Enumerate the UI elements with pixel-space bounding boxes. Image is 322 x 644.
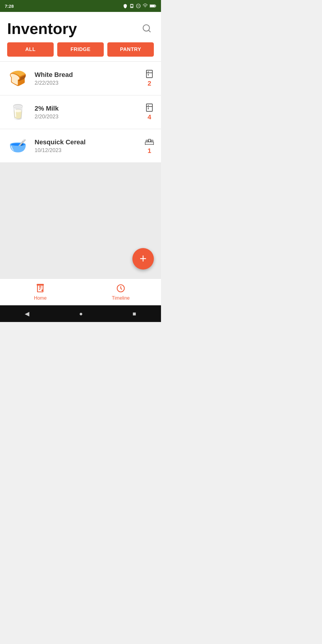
- svg-rect-18: [146, 140, 148, 142]
- filter-pantry-button[interactable]: PANTRY: [107, 42, 154, 57]
- item-name: 2% Milk: [35, 105, 145, 112]
- nav-timeline[interactable]: Timeline: [80, 281, 161, 304]
- svg-rect-5: [150, 5, 155, 7]
- status-icons: [123, 4, 156, 8]
- pantry-icon: [145, 137, 154, 146]
- android-home-button[interactable]: ●: [79, 310, 83, 317]
- svg-rect-20: [151, 140, 153, 142]
- page-title: Inventory: [7, 21, 77, 36]
- table-row[interactable]: 🥣 Nesquick Cereal 10/12/2023 1: [0, 129, 161, 163]
- android-nav-bar: ◀ ● ■: [0, 305, 161, 322]
- dnd-icon: [136, 4, 141, 8]
- filter-all-button[interactable]: ALL: [7, 42, 54, 57]
- svg-rect-19: [148, 139, 151, 142]
- fridge-icon: [145, 69, 154, 78]
- empty-area: +: [0, 163, 161, 278]
- item-date: 10/12/2023: [35, 147, 145, 154]
- svg-rect-13: [146, 104, 152, 112]
- plus-icon: +: [140, 253, 146, 264]
- main-content: Inventory ALL FRIDGE PANTRY: [0, 12, 161, 62]
- table-row[interactable]: 🍞 White Bread 2/22/2023 2: [0, 62, 161, 95]
- inventory-list: 🍞 White Bread 2/22/2023 2: [0, 62, 161, 163]
- svg-line-8: [148, 30, 150, 32]
- svg-rect-6: [155, 5, 156, 7]
- status-bar: 7:28: [0, 0, 161, 12]
- item-count: 2: [148, 80, 151, 87]
- svg-rect-1: [131, 5, 133, 7]
- item-info-bread: White Bread 2/22/2023: [35, 71, 145, 86]
- timeline-icon: [116, 284, 126, 294]
- item-name: White Bread: [35, 71, 145, 79]
- wifi-icon: [143, 4, 148, 8]
- item-right-milk: 4: [145, 103, 154, 121]
- svg-rect-17: [145, 142, 154, 144]
- item-info-cereal: Nesquick Cereal 10/12/2023: [35, 138, 145, 154]
- header: Inventory: [7, 21, 154, 42]
- item-count: 1: [148, 147, 151, 155]
- svg-rect-27: [37, 284, 43, 285]
- battery-icon: [150, 4, 156, 8]
- item-right-cereal: 1: [145, 137, 154, 155]
- status-time: 7:28: [5, 4, 14, 9]
- item-image-cereal: 🥣: [7, 135, 29, 157]
- android-back-button[interactable]: ◀: [25, 310, 29, 317]
- table-row[interactable]: 🥛 2% Milk 2/20/2023 4: [0, 95, 161, 129]
- item-info-milk: 2% Milk 2/20/2023: [35, 105, 145, 120]
- item-count: 4: [148, 113, 151, 121]
- search-button[interactable]: [140, 21, 154, 36]
- bottom-nav: Home Timeline: [0, 278, 161, 305]
- item-image-bread: 🍞: [7, 68, 29, 89]
- item-image-milk: 🥛: [7, 101, 29, 123]
- item-date: 2/22/2023: [35, 80, 145, 86]
- svg-point-28: [42, 290, 43, 291]
- fridge-icon: [145, 103, 154, 112]
- nav-home-label: Home: [34, 295, 47, 301]
- add-item-button[interactable]: +: [132, 248, 154, 270]
- item-right-bread: 2: [145, 69, 154, 87]
- nav-timeline-label: Timeline: [112, 295, 130, 301]
- home-icon: [35, 284, 45, 294]
- sim-icon: [129, 4, 134, 8]
- nav-home[interactable]: Home: [0, 281, 80, 304]
- filter-row: ALL FRIDGE PANTRY: [7, 42, 154, 57]
- filter-fridge-button[interactable]: FRIDGE: [57, 42, 104, 57]
- android-recent-button[interactable]: ■: [132, 310, 136, 317]
- svg-rect-9: [146, 70, 152, 78]
- item-date: 2/20/2023: [35, 114, 145, 120]
- search-icon: [142, 24, 151, 33]
- item-name: Nesquick Cereal: [35, 138, 145, 146]
- shield-icon: [123, 4, 128, 8]
